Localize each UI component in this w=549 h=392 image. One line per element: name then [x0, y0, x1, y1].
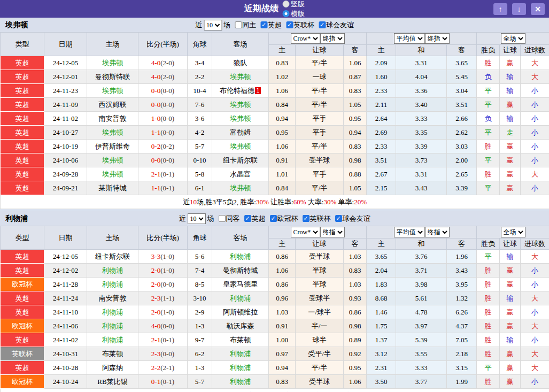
fulltime-score: 1-1 [151, 128, 160, 136]
summary-text: 单率: [336, 198, 354, 206]
recent-count-select[interactable]: 10 [188, 213, 206, 224]
home-team-cell: 埃弗顿 [87, 153, 138, 167]
away-team-cell: 利物浦 [212, 250, 269, 264]
handicap-odds-cell: 0.86 [269, 250, 296, 264]
away-team-cell: 勒沃库森 [212, 319, 269, 333]
checkbox-icon[interactable]: ✓ [244, 215, 251, 222]
same-venue-checkbox[interactable]: 同主 [235, 20, 256, 30]
sub-column-header: 进球数 [521, 45, 549, 56]
average-odds-cell: 2.09 [367, 56, 396, 70]
checkbox-icon[interactable]: ✓ [335, 215, 342, 222]
halftime-score: (0-0) [160, 280, 174, 288]
radio-icon[interactable] [282, 10, 289, 17]
checkbox-label: 球会友谊 [343, 214, 370, 224]
corner-cell: 6-2 [188, 347, 212, 361]
league-badge: 英超 [1, 264, 44, 278]
move-up-button[interactable]: ↑ [493, 3, 507, 15]
match-row: 英超24-12-02利物浦2-0(1-0)7-4曼彻斯特城1.06半球0.832… [1, 264, 549, 278]
league-filter-checkbox[interactable]: ✓英超 [244, 214, 266, 224]
league-filter-checkbox[interactable]: ✓英超 [260, 20, 282, 30]
handicap-odds-cell: 平手 [296, 167, 344, 181]
league-filter-checkbox[interactable]: ✓英联杯 [303, 214, 331, 224]
final-index-select[interactable]: 终指 [425, 227, 450, 237]
match-row: 英超24-11-10利物浦2-0(1-0)2-9阿斯顿维拉1.03一/球半0.8… [1, 305, 549, 319]
handicap-odds-cell: 0.83 [269, 375, 296, 389]
handicap-odds-cell: 0.93 [344, 291, 367, 305]
result-cell: 胜 [477, 56, 500, 70]
radio-icon[interactable] [282, 1, 289, 7]
final-index-select[interactable]: 终指 [425, 33, 450, 44]
result-cell: 赢 [500, 153, 521, 167]
league-badge: 英超 [1, 56, 44, 70]
score-cell: 2-3(1-1) [138, 291, 188, 305]
match-row: 英超24-09-21莱斯特城1-1(0-1)6-1埃弗顿0.84平/半1.052… [1, 181, 549, 195]
league-badge: 英超 [1, 291, 44, 305]
result-cell: 平 [477, 250, 500, 264]
result-cell: 大 [521, 70, 549, 84]
league-filter-checkbox[interactable]: ✓球会友谊 [335, 214, 370, 224]
match-row: 英超24-10-19伊普斯维奇0-2(0-2)5-7埃弗顿1.06平/半0.83… [1, 140, 549, 153]
column-header: 类型 [1, 226, 44, 250]
same-venue-checkbox[interactable]: 同客 [219, 214, 240, 224]
layout-radio-1[interactable]: 横版 [282, 9, 305, 19]
average-select[interactable]: 平均值 [394, 33, 425, 44]
column-header: 角球 [188, 226, 212, 250]
handicap-odds-cell: 1.06 [344, 375, 367, 389]
result-cell: 大 [521, 56, 549, 70]
away-team-name: 利物浦 [230, 252, 251, 260]
match-date: 24-12-02 [44, 264, 87, 278]
radio-label: 竖版 [291, 0, 305, 9]
result-cell: 大 [521, 291, 549, 305]
final-index-select[interactable]: 终指 [320, 33, 345, 44]
home-team-name: 曼彻斯特联 [95, 73, 130, 81]
league-filter-checkbox[interactable]: ✓球会友谊 [319, 20, 354, 30]
checkbox-icon[interactable] [235, 21, 242, 28]
corner-cell: 9-7 [188, 333, 212, 347]
score-cell: 0-0(0-0) [138, 153, 188, 167]
crow-select[interactable]: Crow* [291, 33, 320, 44]
match-date: 24-10-06 [44, 153, 87, 167]
handicap-odds-cell: 1.03 [269, 305, 296, 319]
corner-cell: 7-6 [188, 98, 212, 112]
league-filter-checkbox[interactable]: ✓欧冠杯 [270, 214, 298, 224]
checkbox-icon[interactable]: ✓ [260, 21, 267, 28]
match-date: 24-10-31 [44, 347, 87, 361]
close-button[interactable]: ✕ [531, 3, 545, 15]
crow-select[interactable]: Crow* [291, 227, 320, 237]
team-sections-container: 埃弗顿近10场同主✓英超✓英联杯✓球会友谊类型日期主场比分(半场)角球客场Cro… [0, 18, 549, 392]
average-odds-cell: 2.33 [367, 84, 396, 98]
result-cell: 赢 [500, 347, 521, 361]
group-header: Crow*终指 [269, 226, 367, 239]
full-match-select[interactable]: 全场 [501, 33, 525, 44]
checkbox-icon[interactable] [219, 215, 226, 222]
home-team-name: 纽卡斯尔联 [95, 252, 130, 260]
result-cell: 小 [521, 98, 549, 112]
average-odds-cell: 4.78 [396, 305, 447, 319]
average-odds-cell: 2.69 [367, 126, 396, 140]
final-index-select[interactable]: 终指 [320, 227, 345, 237]
layout-radio-0[interactable]: 竖版 [282, 0, 305, 9]
group-header: Crow*终指 [269, 33, 367, 45]
match-date: 24-10-24 [44, 375, 87, 389]
recent-count-select[interactable]: 10 [204, 20, 222, 30]
handicap-odds-cell: 半/一 [296, 319, 344, 333]
sub-column-header: 让球 [500, 239, 521, 250]
league-filter-checkbox[interactable]: ✓英联杯 [286, 20, 314, 30]
checkbox-icon[interactable]: ✓ [270, 215, 277, 222]
away-team-cell: 富勒姆 [212, 126, 269, 140]
match-row: 英超24-10-27埃弗顿1-1(0-0)4-2富勒姆0.95平手0.942.6… [1, 126, 549, 140]
average-odds-cell: 2.15 [367, 181, 396, 195]
checkbox-icon[interactable]: ✓ [286, 21, 293, 28]
handicap-odds-cell: 0.95 [269, 126, 296, 140]
checkbox-icon[interactable]: ✓ [319, 21, 326, 28]
average-select[interactable]: 平均值 [394, 227, 425, 237]
away-team-cell: 狼队 [212, 56, 269, 70]
away-team-cell: 利物浦 [212, 291, 269, 305]
match-row: 英超24-11-23埃弗顿0-0(0-0)10-4布伦特福德11.06平/半0.… [1, 84, 549, 98]
average-odds-cell: 3.03 [447, 140, 477, 153]
move-down-button[interactable]: ↓ [512, 3, 526, 15]
checkbox-icon[interactable]: ✓ [303, 215, 310, 222]
full-match-select[interactable]: 全场 [501, 227, 525, 237]
halftime-score: (0-0) [160, 87, 174, 95]
average-odds-cell: 3.36 [396, 84, 447, 98]
